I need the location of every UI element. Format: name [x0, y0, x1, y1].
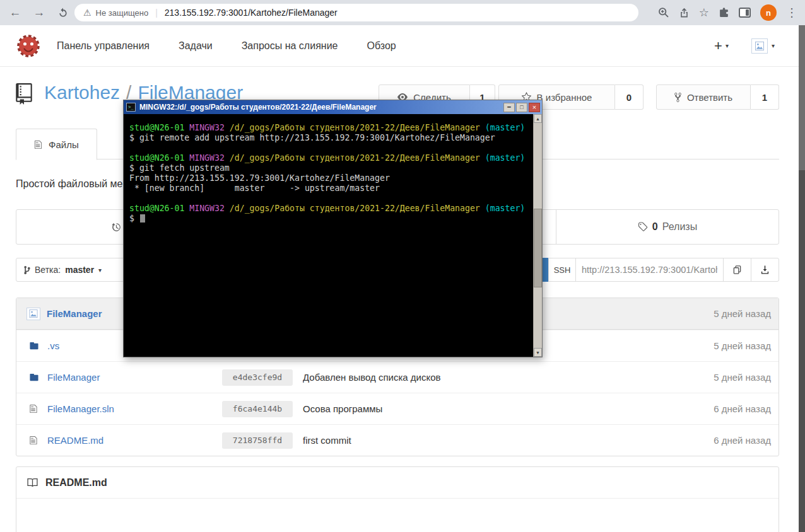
terminal-blank-line [129, 194, 533, 204]
book-icon [26, 477, 38, 488]
terminal-title: MINGW32:/d/_gogs/Работы студентов/2021-2… [139, 103, 500, 112]
file-age: 6 дней назад [714, 403, 771, 414]
nav-item-dashboard[interactable]: Панель управления [57, 40, 150, 52]
releases-label: Релизы [662, 221, 697, 233]
user-avatar [751, 38, 768, 54]
fork-button-group: Ответвить 1 [656, 84, 779, 110]
terminal-minimize-button[interactable]: ━ [503, 103, 515, 112]
table-row: FileManager.sln f6ca4e144b Осова програм… [16, 393, 779, 424]
terminal-icon: >_ [126, 103, 136, 112]
chevron-down-icon: ▾ [772, 42, 775, 49]
url-text: 213.155.192.79:3001/Kartohez/FileManager [165, 8, 338, 18]
browser-toolbar: ← → ⚠ Не защищено | 213.155.192.79:3001/… [0, 0, 805, 25]
file-age: 5 дней назад [714, 340, 771, 351]
tab-files[interactable]: Файлы [16, 129, 97, 160]
page-scrollbar[interactable] [799, 25, 805, 532]
address-bar[interactable]: ⚠ Не защищено | 213.155.192.79:3001/Kart… [74, 4, 638, 21]
terminal-command-line: $ git remote add upstream http://213.155… [129, 133, 533, 143]
chevron-down-icon: ▾ [726, 42, 729, 49]
file-icon [29, 404, 40, 413]
page: ← → ⚠ Не защищено | 213.155.192.79:3001/… [0, 0, 805, 532]
folder-icon [29, 373, 40, 382]
commit-hash[interactable]: 7218758ffd [222, 432, 293, 449]
side-panel-icon[interactable] [739, 8, 751, 18]
repo-owner-link[interactable]: Kartohez [44, 82, 120, 103]
download-button[interactable] [751, 258, 779, 282]
branch-icon [24, 265, 30, 275]
file-age: 5 дней назад [714, 372, 771, 383]
nav-item-pull-requests[interactable]: Запросы на слияние [242, 40, 338, 52]
repo-book-icon [16, 83, 32, 105]
scrollbar-thumb[interactable] [799, 25, 805, 170]
scroll-down-arrow[interactable]: ▼ [534, 348, 542, 357]
terminal-maximize-button[interactable]: □ [516, 103, 527, 112]
zoom-icon[interactable] [658, 7, 669, 18]
fork-button[interactable]: Ответвить [656, 84, 751, 110]
address-divider: | [155, 8, 158, 18]
terminal-output[interactable]: stud@N26-01 MINGW32 /d/_gogs/Работы студ… [124, 114, 533, 357]
file-icon [29, 436, 40, 445]
readme-header: README.md [16, 467, 779, 499]
terminal-window[interactable]: >_ MINGW32:/d/_gogs/Работы студентов/202… [123, 100, 543, 357]
terminal-prompt-line: stud@N26-01 MINGW32 /d/_gogs/Работы студ… [129, 204, 533, 214]
file-link[interactable]: FileManager [47, 372, 222, 383]
terminal-prompt-line: stud@N26-01 MINGW32 /d/_gogs/Работы студ… [129, 153, 533, 163]
ssh-clone-button[interactable]: SSH [548, 258, 576, 282]
file-age: 6 дней назад [714, 435, 771, 446]
nav-item-explore[interactable]: Обзор [367, 40, 396, 52]
commit-hash[interactable]: f6ca4e144b [222, 401, 293, 417]
readme-title: README.md [45, 477, 107, 489]
copy-button[interactable] [723, 258, 751, 282]
browser-forward-button[interactable]: → [30, 4, 48, 21]
commit-hash[interactable]: e4de3cfe9d [222, 369, 293, 386]
download-icon [760, 265, 770, 275]
terminal-output-line: From http://213.155.192.79:3001/Kartohez… [129, 173, 533, 183]
terminal-scrollbar[interactable]: ▲ ▼ [533, 114, 542, 357]
branch-label: Ветка: [35, 265, 61, 275]
committer-avatar [26, 308, 40, 320]
terminal-input-line: $ [129, 214, 533, 224]
commit-message-link[interactable]: Осова программы [303, 403, 382, 414]
user-menu[interactable]: ▾ [751, 38, 775, 54]
fork-count[interactable]: 1 [751, 84, 779, 110]
extensions-icon[interactable] [719, 8, 729, 18]
browser-refresh-button[interactable] [54, 4, 72, 21]
browser-back-button[interactable]: ← [6, 4, 24, 21]
commit-message-link[interactable]: Добавлен вывод списка дисков [303, 372, 441, 383]
terminal-scroll-thumb[interactable] [534, 209, 542, 287]
releases-count: 0 [652, 221, 658, 233]
profile-avatar[interactable]: n [760, 4, 777, 21]
releases-stat[interactable]: 0Релизы [556, 210, 779, 244]
bookmark-star-icon[interactable]: ☆ [699, 6, 709, 20]
browser-menu-icon[interactable]: ⋮ [786, 6, 797, 20]
gogs-logo[interactable] [16, 34, 40, 58]
terminal-prompt-line: stud@N26-01 MINGW32 /d/_gogs/Работы студ… [129, 123, 533, 133]
nav-item-issues[interactable]: Задачи [179, 40, 213, 52]
table-row: FileManager e4de3cfe9d Добавлен вывод сп… [16, 361, 779, 393]
terminal-close-button[interactable]: × [529, 103, 540, 112]
terminal-command-line: $ git fetch upstream [129, 163, 533, 173]
branch-selector[interactable]: Ветка: master ▾ [16, 258, 133, 282]
terminal-blank-line [129, 143, 533, 153]
create-new-button[interactable]: +▾ [714, 40, 729, 52]
share-icon[interactable] [679, 8, 690, 18]
commit-message-link[interactable]: first commit [303, 435, 351, 446]
star-count[interactable]: 0 [615, 84, 643, 110]
file-link[interactable]: FileManager.sln [47, 403, 222, 414]
chevron-down-icon: ▾ [98, 267, 102, 274]
scroll-up-arrow[interactable]: ▲ [534, 114, 542, 123]
security-label: Не защищено [96, 8, 149, 18]
terminal-cursor [140, 214, 145, 223]
terminal-titlebar[interactable]: >_ MINGW32:/d/_gogs/Работы студентов/202… [124, 100, 542, 114]
folder-icon [29, 341, 40, 350]
committer-name-link[interactable]: FileManager [47, 308, 102, 319]
not-secure-icon: ⚠ [83, 8, 91, 18]
clone-url-input[interactable] [575, 258, 724, 282]
file-link[interactable]: README.md [47, 435, 222, 446]
copy-icon [732, 265, 742, 275]
readme-section: README.md [16, 466, 779, 532]
table-row: README.md 7218758ffd first commit 6 дней… [16, 424, 779, 456]
gogs-navbar: Панель управления Задачи Запросы на слия… [0, 25, 805, 67]
terminal-output-line: * [new branch] master -> upstream/master [129, 183, 533, 194]
latest-commit-age: 5 дней назад [714, 308, 771, 319]
